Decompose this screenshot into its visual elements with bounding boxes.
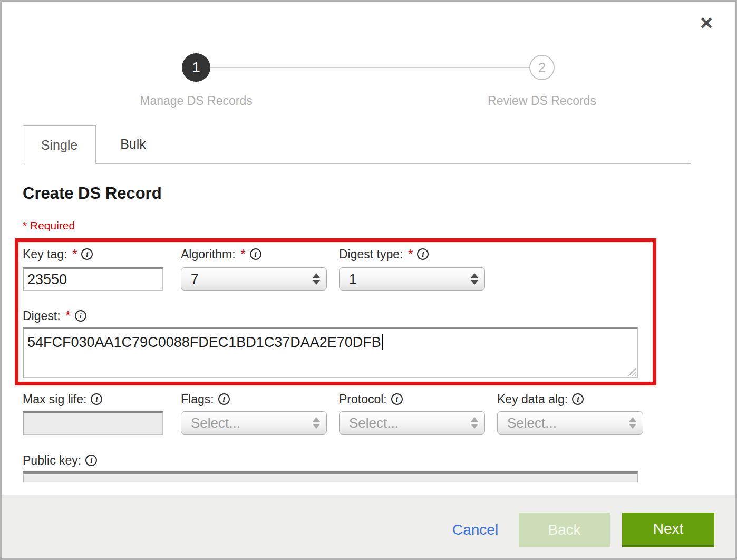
info-icon[interactable]: i xyxy=(85,455,97,466)
info-icon[interactable]: i xyxy=(572,393,584,405)
algorithm-select-value: 7 xyxy=(191,271,198,287)
info-icon-glyph: i xyxy=(86,250,88,259)
info-icon[interactable]: i xyxy=(250,248,261,260)
flags-select-value: Select... xyxy=(191,415,240,431)
resize-handle-icon[interactable] xyxy=(627,367,636,376)
protocol-select-value: Select... xyxy=(349,415,399,431)
tab-bulk[interactable]: Bulk xyxy=(96,125,170,163)
digest-type-select[interactable]: 1 xyxy=(339,267,485,291)
key-tag-input[interactable] xyxy=(23,267,163,291)
required-asterisk: * xyxy=(66,309,71,323)
protocol-select[interactable]: Select... xyxy=(339,411,485,435)
modal-footer: Cancel Back Next xyxy=(2,495,735,558)
close-icon[interactable]: × xyxy=(695,11,718,34)
digest-label: Digest: * i xyxy=(23,308,86,324)
info-icon[interactable]: i xyxy=(391,393,403,405)
info-icon[interactable]: i xyxy=(81,248,93,260)
info-icon[interactable]: i xyxy=(417,248,429,260)
next-button[interactable]: Next xyxy=(622,513,714,547)
key-data-alg-select[interactable]: Select... xyxy=(497,411,643,435)
key-tag-label-text: Key tag: xyxy=(23,247,67,262)
stepper-step-2-label: Review DS Records xyxy=(437,94,647,108)
digest-type-select-value: 1 xyxy=(349,271,356,287)
flags-label: Flags: i xyxy=(181,391,230,407)
key-data-alg-label-text: Key data alg: xyxy=(497,392,568,407)
required-note: * Required xyxy=(23,219,75,232)
select-stepper-arrows-icon xyxy=(471,273,478,285)
digest-textarea[interactable]: 54FCF030AA1C79C0088FDEC1BD1C37DAA2E70DFB xyxy=(23,327,638,378)
required-asterisk: * xyxy=(72,247,77,262)
public-key-label: Public key: i xyxy=(23,452,97,468)
max-sig-life-input xyxy=(23,411,163,435)
key-tag-label: Key tag: * i xyxy=(23,246,93,262)
max-sig-life-label: Max sig life: i xyxy=(23,391,102,407)
stepper-connector-line xyxy=(210,67,530,68)
text-cursor xyxy=(382,334,383,350)
digest-type-label: Digest type: * i xyxy=(339,246,429,262)
stepper-step-2-circle: 2 xyxy=(529,55,555,80)
stepper-step-1-label: Manage DS Records xyxy=(91,94,302,108)
info-icon-glyph: i xyxy=(223,395,225,404)
info-icon-glyph: i xyxy=(577,395,579,404)
flags-select[interactable]: Select... xyxy=(181,411,327,435)
info-icon[interactable]: i xyxy=(75,310,86,322)
info-icon[interactable]: i xyxy=(91,393,102,405)
max-sig-life-label-text: Max sig life: xyxy=(23,392,86,407)
key-data-alg-label: Key data alg: i xyxy=(497,391,584,407)
public-key-textarea[interactable] xyxy=(23,471,638,482)
info-icon[interactable]: i xyxy=(218,393,230,405)
page-title: Create DS Record xyxy=(23,184,162,203)
required-asterisk: * xyxy=(408,247,413,262)
create-ds-record-modal: × 1 2 Manage DS Records Review DS Record… xyxy=(0,0,737,560)
digest-type-label-text: Digest type: xyxy=(339,247,403,262)
protocol-label: Protocol: i xyxy=(339,391,403,407)
stepper-step-1-circle: 1 xyxy=(182,53,210,82)
info-icon-glyph: i xyxy=(95,395,98,404)
public-key-label-text: Public key: xyxy=(23,453,81,468)
select-stepper-arrows-icon xyxy=(313,273,320,285)
digest-label-text: Digest: xyxy=(23,309,61,323)
select-stepper-arrows-icon xyxy=(313,417,320,429)
back-button: Back xyxy=(519,513,610,547)
select-stepper-arrows-icon xyxy=(471,417,478,429)
cancel-button[interactable]: Cancel xyxy=(447,513,503,547)
required-asterisk: * xyxy=(241,247,246,262)
digest-value: 54FCF030AA1C79C0088FDEC1BD1C37DAA2E70DFB xyxy=(27,334,381,350)
select-stepper-arrows-icon xyxy=(629,417,636,429)
algorithm-label: Algorithm: * i xyxy=(181,246,261,262)
key-data-alg-select-value: Select... xyxy=(507,415,557,431)
algorithm-select[interactable]: 7 xyxy=(181,267,327,291)
protocol-label-text: Protocol: xyxy=(339,392,387,407)
info-icon-glyph: i xyxy=(90,456,92,465)
flags-label-text: Flags: xyxy=(181,392,214,407)
algorithm-label-text: Algorithm: xyxy=(181,247,236,262)
info-icon-glyph: i xyxy=(254,250,256,259)
tabs-underline xyxy=(96,163,691,164)
info-icon-glyph: i xyxy=(79,312,81,321)
tab-single[interactable]: Single xyxy=(23,125,96,164)
info-icon-glyph: i xyxy=(422,250,424,259)
info-icon-glyph: i xyxy=(396,395,398,404)
